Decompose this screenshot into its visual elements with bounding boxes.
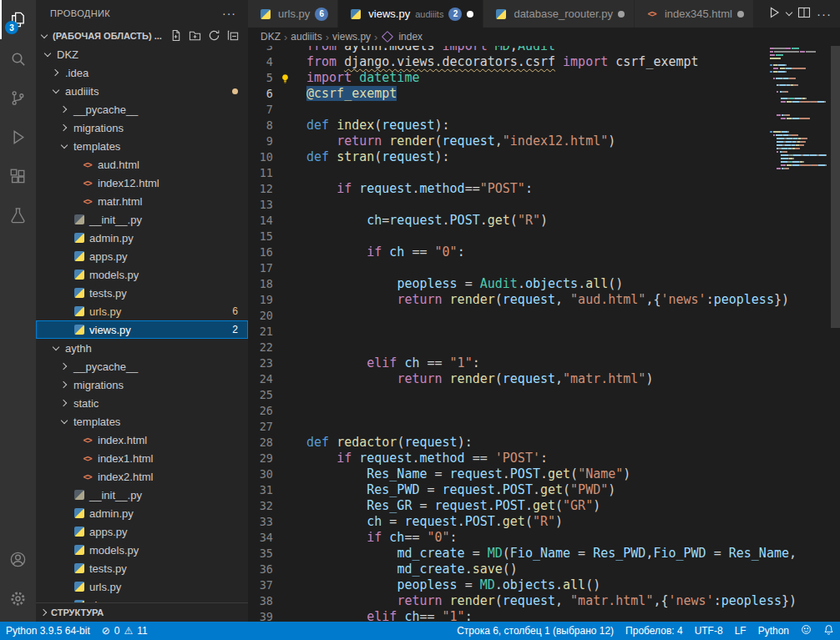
code-editor[interactable]: 3from aythh.models import MD,Audit4from … xyxy=(248,46,840,622)
tree-item-pycache[interactable]: __pycache__ xyxy=(36,357,248,375)
tree-item-templates[interactable]: templates xyxy=(36,412,248,431)
refresh-button[interactable] xyxy=(205,28,222,44)
warnings-icon: ⚠ xyxy=(124,625,133,637)
explorer-actions xyxy=(167,28,241,44)
tree-item-idea[interactable]: .idea xyxy=(36,63,248,82)
tree-item-index12-html[interactable]: <>index12.html xyxy=(36,174,248,192)
tree-item-init-py[interactable]: __init__.py xyxy=(36,210,248,229)
tab-database-roouter-py[interactable]: database_roouter.py xyxy=(483,0,635,28)
activity-account-button[interactable] xyxy=(0,540,36,579)
modified-dot-icon[interactable] xyxy=(737,11,744,18)
lightbulb-icon[interactable] xyxy=(280,73,291,83)
tree-item-audiiits[interactable]: audiiits xyxy=(36,82,248,100)
gutter xyxy=(273,562,306,577)
activity-explorer-button[interactable]: 3 xyxy=(0,0,36,39)
code-line: 22 xyxy=(248,340,840,355)
html-file-icon: <> xyxy=(79,197,95,206)
tree-item-index1-html[interactable]: <>index1.html xyxy=(36,449,248,467)
refresh-icon xyxy=(208,29,220,43)
warnings-count: 11 xyxy=(137,625,147,637)
breadcrumb-item-audiiits[interactable]: audiiits xyxy=(291,31,321,43)
tree-item-aythh[interactable]: aythh xyxy=(36,339,248,357)
modified-dot-icon[interactable] xyxy=(467,11,473,18)
run-button[interactable] xyxy=(767,6,781,23)
activity-settings-button[interactable] xyxy=(0,579,36,618)
tree-item-urls-py[interactable]: urls.py xyxy=(36,577,248,596)
tree-item-models-py[interactable]: models.py xyxy=(36,541,248,559)
new-file-button[interactable] xyxy=(167,28,184,44)
scrollbar-thumb[interactable] xyxy=(831,46,840,328)
testing-icon xyxy=(8,206,28,225)
gutter xyxy=(273,181,306,197)
status-bar-left: Python 3.9.5 64-bit⊘0⚠11 xyxy=(0,622,154,640)
tree-item-decoration: 2 xyxy=(232,324,248,335)
breadcrumb-item-dkz[interactable]: DKZ xyxy=(261,31,281,43)
tree-item-urls-py[interactable]: urls.py6 xyxy=(36,302,248,320)
sidebar-more-icon[interactable]: ··· xyxy=(222,7,236,20)
status-encoding[interactable]: UTF-8 xyxy=(689,622,729,640)
status-python-interpreter[interactable]: Python 3.9.5 64-bit xyxy=(0,622,96,640)
activity-extensions-button[interactable] xyxy=(0,157,36,196)
modified-dot-icon[interactable] xyxy=(618,11,625,18)
line-number: 16 xyxy=(248,244,273,260)
status-problems[interactable]: ⊘0⚠11 xyxy=(96,622,154,640)
tree-item-migrations[interactable]: migrations xyxy=(36,375,248,394)
tab-label: views.py xyxy=(368,8,410,20)
code-line: 5import datetime xyxy=(248,70,840,86)
status-eol[interactable]: LF xyxy=(729,622,752,640)
activity-testing-button[interactable] xyxy=(0,196,36,235)
tree-item-matr-html[interactable]: <>matr.html xyxy=(36,192,248,210)
vscode-window: 3 ПРОВОДНИК ··· (РАБОЧАЯ ОБЛАСТЬ) ... DK… xyxy=(0,0,840,640)
tree-item-models-py[interactable]: models.py xyxy=(36,265,248,284)
tree-item-index-html[interactable]: <>index.html xyxy=(36,431,248,449)
collapse-all-button[interactable] xyxy=(225,28,241,44)
tree-item-migrations[interactable]: migrations xyxy=(36,118,248,137)
tree-item-admin-py[interactable]: admin.py xyxy=(36,504,248,522)
gutter xyxy=(273,118,306,134)
tree-item-dkz[interactable]: DKZ xyxy=(36,45,248,63)
minimap[interactable] xyxy=(770,46,830,622)
new-folder-button[interactable] xyxy=(186,28,203,44)
tree-item-static[interactable]: static xyxy=(36,394,248,412)
python-file-icon xyxy=(71,214,87,224)
status-feedback[interactable] xyxy=(795,622,817,640)
activity-search-button[interactable] xyxy=(0,39,36,78)
tree-item-admin-py[interactable]: admin.py xyxy=(36,229,248,247)
breadcrumb-item-views-py[interactable]: views.py xyxy=(332,31,371,43)
status-language-mode[interactable]: Python xyxy=(752,622,795,640)
code-text: import datetime xyxy=(306,70,419,86)
line-number: 21 xyxy=(248,324,273,340)
line-number: 33 xyxy=(248,514,273,530)
status-notifications[interactable] xyxy=(817,622,840,640)
tree-item-label: templates xyxy=(73,416,120,428)
split-editor-button[interactable] xyxy=(797,6,811,23)
outline-section-header[interactable]: СТРУКТУРА xyxy=(36,602,248,622)
code-text: def index(request): xyxy=(306,118,450,134)
tab-urls-py[interactable]: urls.py6 xyxy=(248,0,338,28)
tree-item-init-py[interactable]: __init__.py xyxy=(36,486,248,504)
tree-item-index2-html[interactable]: <>index2.html xyxy=(36,467,248,486)
line-number: 30 xyxy=(248,466,273,482)
workspace-header[interactable]: (РАБОЧАЯ ОБЛАСТЬ) ... xyxy=(36,27,248,45)
tree-item-views-py[interactable]: views.py2 xyxy=(36,320,248,339)
tab-index345-html[interactable]: <>index345.html xyxy=(635,0,754,28)
tree-item-apps-py[interactable]: apps.py xyxy=(36,522,248,541)
code-line: 20 xyxy=(248,308,840,324)
status-indentation[interactable]: Пробелов: 4 xyxy=(620,622,689,640)
breadcrumb-item-symbol[interactable]: index xyxy=(398,31,423,43)
tree-item-label: index1.html xyxy=(98,452,153,465)
status-cursor-position[interactable]: Строка 6, столбец 1 (выбрано 12) xyxy=(451,622,620,640)
tree-item-pycache[interactable]: __pycache__ xyxy=(36,100,248,118)
tab-views-py[interactable]: views.pyaudiiits2 xyxy=(338,0,483,28)
tree-item-tests-py[interactable]: tests.py xyxy=(36,284,248,302)
tree-item-aud-html[interactable]: <>aud.html xyxy=(36,155,248,174)
code-line: 19 return render(request, "aud.html",{'n… xyxy=(248,292,840,308)
tree-item-apps-py[interactable]: apps.py xyxy=(36,247,248,265)
tree-item-templates[interactable]: templates xyxy=(36,137,248,155)
activity-source-control-button[interactable] xyxy=(0,78,36,118)
tree-item-tests-py[interactable]: tests.py xyxy=(36,559,248,577)
more-actions-button[interactable]: ··· xyxy=(817,7,832,21)
chevron-down-icon[interactable] xyxy=(786,9,792,16)
activity-run-debug-button[interactable] xyxy=(0,118,36,157)
tree-item-views-py[interactable]: views.py xyxy=(36,596,248,602)
